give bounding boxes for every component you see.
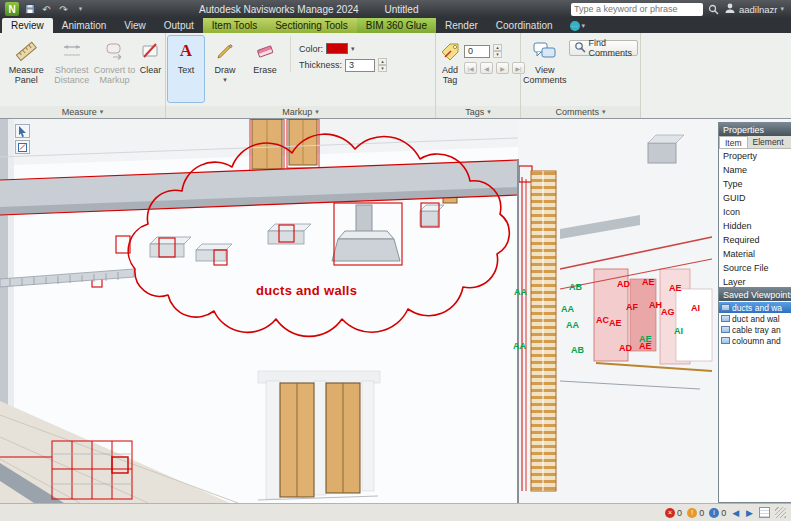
tab-item[interactable]: Item bbox=[719, 136, 748, 148]
saved-viewpoints-title[interactable]: Saved Viewpoints bbox=[719, 288, 791, 301]
text-tool-button[interactable]: A Text bbox=[168, 36, 204, 102]
add-tag-button[interactable]: Add Tag bbox=[438, 36, 462, 102]
viewpoint-item[interactable]: ducts and wa bbox=[719, 302, 791, 313]
communication-caret-icon: ▾ bbox=[582, 22, 586, 30]
user-caret-icon[interactable]: ▾ bbox=[780, 5, 784, 13]
text-icon: A bbox=[174, 39, 198, 63]
tag-label: AI bbox=[691, 303, 700, 313]
property-row: Type bbox=[719, 177, 791, 191]
save-icon[interactable] bbox=[23, 3, 36, 16]
tag-label: AB bbox=[569, 282, 582, 292]
tag-number-stepper[interactable]: ▴ ▾ bbox=[493, 44, 502, 58]
viewpoint-icon bbox=[721, 304, 730, 311]
tag-label: AE bbox=[642, 277, 655, 287]
tag-label: AA bbox=[561, 304, 574, 314]
tag-label: AC bbox=[596, 315, 609, 325]
app-icon[interactable]: N bbox=[5, 2, 19, 16]
search-icon[interactable] bbox=[707, 3, 720, 16]
property-row: Name bbox=[719, 163, 791, 177]
clear-button[interactable]: Clear bbox=[138, 36, 163, 102]
tab-animation[interactable]: Animation bbox=[53, 18, 115, 33]
convert-to-markup-button[interactable]: Convert to Markup bbox=[93, 36, 136, 102]
markup-group-label[interactable]: Markup ▾ bbox=[166, 106, 435, 118]
pencil-icon bbox=[213, 39, 237, 63]
thickness-field[interactable]: 3 bbox=[345, 59, 375, 72]
saved-viewpoints-panel: Saved Viewpoints ducts and wa duct and w… bbox=[718, 287, 791, 503]
tab-bim-360-glue[interactable]: BIM 360 Glue bbox=[357, 18, 436, 33]
user-account[interactable]: aadilnazr ▾ bbox=[724, 2, 784, 16]
draw-caret-icon: ▾ bbox=[223, 77, 227, 83]
previous-tag-button[interactable]: ◀ bbox=[480, 62, 493, 74]
property-row: Source File bbox=[719, 261, 791, 275]
username: aadilnazr bbox=[739, 4, 778, 15]
sheet-browser-icon[interactable] bbox=[759, 507, 770, 518]
quick-access-caret-icon[interactable]: ▾ bbox=[74, 3, 87, 16]
draw-tool-button[interactable]: Draw ▾ bbox=[206, 36, 244, 102]
window-title: Autodesk Navisworks Manage 2024Untitled bbox=[199, 4, 418, 15]
avatar-icon bbox=[724, 2, 736, 16]
tab-review[interactable]: Review bbox=[2, 18, 53, 33]
erase-tool-button[interactable]: Erase bbox=[246, 36, 284, 102]
undo-icon[interactable]: ↶ bbox=[40, 3, 53, 16]
next-sheet-icon[interactable]: ▶ bbox=[745, 508, 754, 518]
redline-tool-icon[interactable] bbox=[15, 140, 30, 154]
viewpoint-icon bbox=[721, 315, 730, 322]
tag-label: AA bbox=[514, 287, 527, 297]
viewpoint-item[interactable]: coloumn and bbox=[719, 335, 791, 346]
tab-item-tools[interactable]: Item Tools bbox=[203, 18, 266, 33]
tab-view[interactable]: View bbox=[115, 18, 155, 33]
thickness-up-icon[interactable]: ▴ bbox=[378, 58, 387, 65]
thickness-down-icon[interactable]: ▾ bbox=[378, 65, 387, 72]
convert-to-markup-icon bbox=[103, 39, 127, 63]
web-indicator-icon bbox=[709, 508, 719, 518]
measure-panel-button[interactable]: Measure Panel bbox=[2, 36, 50, 102]
tab-output[interactable]: Output bbox=[155, 18, 203, 33]
keyword-search bbox=[571, 3, 703, 16]
tab-render[interactable]: Render bbox=[436, 18, 487, 33]
thickness-stepper[interactable]: ▴ ▾ bbox=[378, 58, 387, 72]
add-tag-icon bbox=[438, 39, 462, 63]
comments-icon bbox=[533, 39, 557, 63]
previous-sheet-icon[interactable]: ◀ bbox=[731, 508, 740, 518]
clear-icon bbox=[138, 39, 162, 63]
properties-panel-title[interactable]: Properties bbox=[719, 123, 791, 136]
chat-icon bbox=[570, 21, 580, 31]
shortest-distance-button[interactable]: Shortest Distance bbox=[52, 36, 91, 102]
tag-label: AA bbox=[513, 341, 526, 351]
view-comments-button[interactable]: View Comments bbox=[523, 36, 567, 102]
viewpoint-icon bbox=[721, 337, 730, 344]
tag-number-field[interactable]: 0 bbox=[464, 45, 490, 58]
tag-down-icon[interactable]: ▾ bbox=[493, 51, 502, 58]
resize-grip[interactable] bbox=[775, 507, 786, 518]
app-letter: N bbox=[8, 4, 15, 15]
markup-color-swatch[interactable] bbox=[326, 43, 348, 54]
select-tool-icon[interactable] bbox=[15, 124, 30, 138]
tag-up-icon[interactable]: ▴ bbox=[493, 44, 502, 51]
tag-label: AB bbox=[571, 345, 584, 355]
properties-list: Property Name Type GUID Icon Hidden Requ… bbox=[719, 149, 791, 289]
tags-group-label[interactable]: Tags ▾ bbox=[436, 106, 520, 118]
tag-label: AG bbox=[661, 307, 675, 317]
next-tag-button[interactable]: ▶ bbox=[496, 62, 509, 74]
titlebar: N ↶ ↷ ▾ Autodesk Navisworks Manage 2024U… bbox=[0, 0, 791, 18]
redraw-indicator: 0 bbox=[665, 508, 682, 518]
find-comments-button[interactable]: Find Comments bbox=[569, 40, 639, 56]
viewpoint-item[interactable]: cable tray an bbox=[719, 324, 791, 335]
comments-group-label[interactable]: Comments ▾ bbox=[521, 106, 640, 118]
tab-coordination[interactable]: Coordination bbox=[487, 18, 562, 33]
redraw-indicator-icon bbox=[665, 508, 675, 518]
eraser-icon bbox=[253, 39, 277, 63]
color-caret-icon[interactable]: ▾ bbox=[351, 46, 355, 52]
communication-menu[interactable]: ▾ bbox=[570, 18, 586, 33]
viewpoint-item[interactable]: duct and wal bbox=[719, 313, 791, 324]
property-row: Hidden bbox=[719, 219, 791, 233]
redo-icon[interactable]: ↷ bbox=[57, 3, 70, 16]
ribbon-group-markup: A Text Draw ▾ Erase Color: ▾ Thickness: bbox=[166, 33, 436, 118]
tab-element[interactable]: Element bbox=[748, 136, 789, 148]
find-comments-icon bbox=[574, 41, 586, 55]
first-tag-button[interactable]: |◀ bbox=[464, 62, 477, 74]
tab-sectioning-tools[interactable]: Sectioning Tools bbox=[266, 18, 357, 33]
property-row: Required bbox=[719, 233, 791, 247]
measure-group-label[interactable]: Measure ▾ bbox=[0, 106, 165, 118]
search-input[interactable] bbox=[574, 4, 700, 14]
